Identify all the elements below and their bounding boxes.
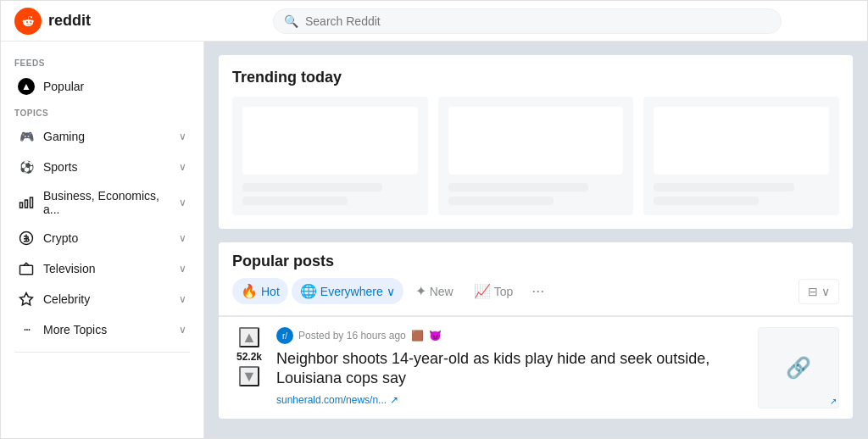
celebrity-icon [18, 291, 35, 308]
post-user-icon-2: 😈 [429, 330, 442, 342]
trending-item-1[interactable] [232, 97, 428, 215]
svg-rect-1 [19, 203, 22, 208]
sidebar-item-celebrity[interactable]: Celebrity ∨ [4, 284, 200, 314]
hot-flame-icon: 🔥 [241, 283, 258, 299]
trending-card: Trending today [219, 55, 853, 229]
sidebar-item-sports[interactable]: ⚽ Sports ∨ [4, 152, 200, 182]
everywhere-chevron-icon: ∨ [387, 285, 395, 298]
topics-label: TOPICS [1, 102, 203, 121]
popular-posts-title: Popular posts [232, 253, 839, 270]
vote-column: ▲ 52.2k ▼ [232, 327, 266, 408]
gaming-chevron-icon: ∨ [179, 131, 186, 142]
sidebar-item-television[interactable]: Television ∨ [4, 253, 200, 284]
sidebar-item-more-topics[interactable]: ··· More Topics ∨ [4, 314, 200, 345]
celebrity-chevron-icon: ∨ [179, 293, 186, 305]
search-icon: 🔍 [284, 14, 298, 28]
layout-grid-icon: ⊟ [808, 285, 818, 298]
layout-toggle-button[interactable]: ⊟ ∨ [798, 279, 839, 304]
search-bar[interactable]: 🔍 [273, 8, 782, 34]
sports-chevron-icon: ∨ [179, 161, 186, 173]
post-item: ▲ 52.2k ▼ r/ Posted by 16 hours ago 🟫 [219, 316, 853, 419]
television-chevron-icon: ∨ [179, 263, 186, 275]
logo-area: reddit [14, 8, 201, 35]
post-link[interactable]: sunherald.com/news/n... ↗ [276, 394, 748, 406]
trending-thumb-2 [448, 107, 624, 175]
sidebar-celebrity-label: Celebrity [43, 292, 90, 306]
post-thumbnail[interactable]: 🔗 ↗ [758, 327, 839, 408]
sidebar-popular-label: Popular [43, 80, 84, 93]
sidebar-item-popular[interactable]: ▲ Popular [4, 71, 200, 102]
thumbnail-link-icon: 🔗 [786, 356, 811, 380]
trending-thumb-3 [654, 107, 829, 175]
main-layout: FEEDS ▲ Popular TOPICS 🎮 Gaming ∨ ⚽ Spor… [1, 42, 867, 438]
post-time: Posted by 16 hours ago [298, 330, 406, 342]
business-icon [18, 194, 35, 211]
content-area: Trending today [204, 42, 867, 438]
popular-posts-header: Popular posts 🔥 Hot 🌐 Everywhere ∨ [219, 242, 853, 316]
filter-new-button[interactable]: ✦ New [407, 278, 462, 304]
sports-icon: ⚽ [18, 158, 35, 175]
post-content: r/ Posted by 16 hours ago 🟫 😈 Neighbor s… [276, 327, 748, 408]
header: reddit 🔍 [1, 1, 867, 42]
svg-rect-3 [30, 197, 32, 208]
filter-everywhere-button[interactable]: 🌐 Everywhere ∨ [292, 278, 403, 304]
svg-rect-2 [25, 200, 27, 208]
subreddit-icon: r/ [276, 327, 293, 344]
sidebar-more-topics-label: More Topics [43, 323, 107, 336]
trending-item-3[interactable] [643, 97, 839, 215]
post-user-icon-1: 🟫 [411, 330, 424, 342]
sidebar-item-gaming[interactable]: 🎮 Gaming ∨ [4, 121, 200, 152]
gaming-icon: 🎮 [18, 128, 35, 145]
trending-thumb-1 [242, 107, 418, 175]
vote-count: 52.2k [236, 351, 262, 363]
upvote-button[interactable]: ▲ [239, 327, 259, 347]
post-meta: r/ Posted by 16 hours ago 🟫 😈 [276, 327, 748, 344]
sidebar-item-business[interactable]: Business, Economics, a... ∨ [4, 182, 200, 223]
reddit-logo-icon[interactable] [14, 8, 42, 35]
feeds-label: FEEDS [1, 52, 203, 71]
top-chart-icon: 📈 [474, 283, 491, 299]
sidebar-item-crypto[interactable]: Crypto ∨ [4, 223, 200, 253]
svg-rect-5 [20, 265, 33, 275]
sidebar-gaming-label: Gaming [43, 130, 85, 143]
crypto-chevron-icon: ∨ [179, 232, 186, 244]
post-title[interactable]: Neighbor shoots 14-year-old as kids play… [276, 349, 748, 389]
popular-icon: ▲ [18, 78, 35, 95]
layout-chevron-icon: ∨ [821, 285, 830, 298]
new-sparkle-icon: ✦ [415, 283, 426, 299]
external-link-icon: ↗ [390, 394, 398, 406]
more-topics-chevron-icon: ∨ [179, 324, 186, 336]
sidebar-television-label: Television [43, 262, 95, 275]
sidebar-divider [14, 352, 190, 353]
downvote-button[interactable]: ▼ [239, 366, 259, 386]
search-input[interactable] [305, 14, 771, 28]
sidebar-sports-label: Sports [43, 160, 77, 174]
business-chevron-icon: ∨ [179, 197, 186, 208]
popular-posts-card: Popular posts 🔥 Hot 🌐 Everywhere ∨ [219, 242, 853, 419]
sidebar-crypto-label: Crypto [43, 231, 78, 245]
filter-bar: 🔥 Hot 🌐 Everywhere ∨ ✦ New [232, 277, 839, 305]
more-topics-icon: ··· [18, 321, 35, 338]
trending-title: Trending today [232, 69, 839, 86]
filter-top-button[interactable]: 📈 Top [465, 278, 522, 304]
more-filters-button[interactable]: ··· [525, 277, 551, 305]
sidebar-business-label: Business, Economics, a... [43, 189, 179, 216]
inner-content: Trending today [205, 42, 866, 432]
filter-hot-button[interactable]: 🔥 Hot [232, 278, 288, 304]
television-icon [18, 260, 35, 277]
crypto-icon [18, 230, 35, 247]
trending-item-2[interactable] [438, 97, 634, 215]
everywhere-globe-icon: 🌐 [300, 283, 317, 299]
trending-grid [232, 97, 839, 215]
logo-text: reddit [48, 12, 91, 30]
sidebar: FEEDS ▲ Popular TOPICS 🎮 Gaming ∨ ⚽ Spor… [1, 42, 204, 438]
thumbnail-external-icon: ↗ [830, 397, 837, 406]
